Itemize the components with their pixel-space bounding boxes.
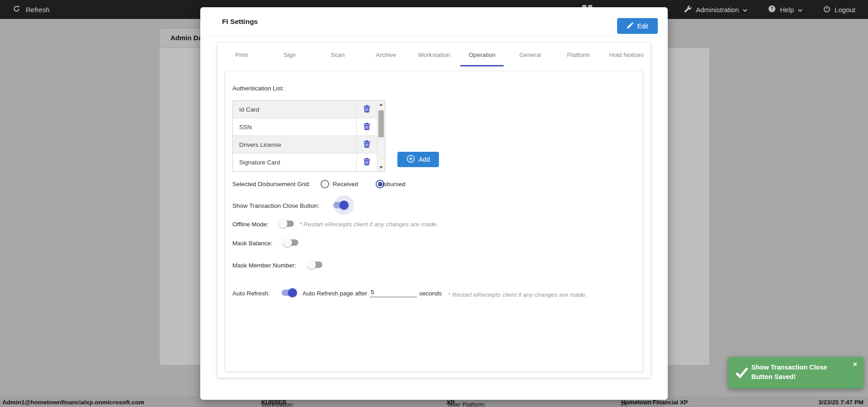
offline-mode-note: * Restart eReceipts client if any change… — [299, 221, 438, 228]
auth-list-row: SSN — [233, 118, 377, 136]
auth-list-row: Signature Card — [233, 154, 377, 171]
auto-refresh-label: Auto Refresh: — [232, 290, 270, 297]
trash-icon — [363, 122, 370, 132]
radio-disbursed-label[interactable]: Disbursed — [378, 181, 406, 187]
mask-member-number-label: Mask Member Number: — [232, 262, 296, 269]
tab-platform[interactable]: Platform — [554, 43, 602, 66]
success-toast: Show Transaction Close Button Saved! × — [728, 357, 863, 388]
edit-label: Edit — [637, 23, 648, 30]
toast-close-button[interactable]: × — [853, 360, 857, 369]
plus-circle-icon — [406, 154, 415, 164]
mask-balance-label: Mask Balance: — [232, 240, 273, 247]
scrollbar-thumb[interactable] — [378, 110, 384, 137]
logout-button[interactable]: Logout — [823, 5, 855, 14]
show-transaction-close-toggle[interactable] — [332, 201, 349, 210]
offline-mode-toggle[interactable] — [278, 219, 295, 228]
auth-list-scrollbar[interactable] — [377, 101, 385, 171]
checkmark-icon — [735, 367, 749, 380]
refresh-button[interactable]: Refresh — [13, 0, 50, 19]
mask-member-number-row: Mask Member Number: — [226, 258, 642, 273]
auth-item-label: SSN — [233, 124, 356, 131]
datetime: 3/23/25 7:47 PM — [818, 399, 863, 406]
help-label: Help — [780, 6, 794, 14]
help-menu[interactable]: ? Help — [768, 5, 802, 14]
disbursement-grid-label: Selected Disbursement Grid: — [232, 181, 311, 187]
mask-balance-toggle[interactable] — [283, 238, 299, 247]
settings-card: Print Sign Scan Archive Workstation Oper… — [217, 43, 651, 378]
administration-label: Administration — [696, 6, 739, 14]
delete-auth-item-button[interactable] — [356, 154, 377, 171]
logout-label: Logout — [835, 6, 855, 14]
administration-menu[interactable]: Administration — [684, 5, 747, 14]
tab-operation[interactable]: Operation — [458, 43, 506, 66]
toast-message: Show Transaction Close Button Saved! — [751, 363, 840, 382]
teller-platform-status: Teller Platform: XP — [447, 399, 454, 406]
show-transaction-close-row: Show Transaction Close Button: — [226, 199, 642, 213]
auto-refresh-row: Auto Refresh: Auto Refresh page after se… — [226, 286, 642, 301]
trash-icon — [363, 105, 370, 114]
settings-tabs: Print Sign Scan Archive Workstation Oper… — [217, 43, 651, 66]
trash-icon — [363, 140, 370, 150]
auth-item-label: Signature Card — [233, 159, 356, 166]
refresh-icon — [13, 5, 20, 14]
fi-settings-dialog: FI Settings Edit Print Sign Scan Archive… — [200, 7, 668, 400]
scroll-up-button[interactable] — [377, 101, 385, 108]
workstation-status: Workstation: KURRER — [261, 399, 287, 406]
delete-auth-item-button[interactable] — [356, 101, 377, 118]
scroll-down-button[interactable] — [377, 164, 385, 171]
offline-mode-label: Offline Mode: — [232, 221, 269, 228]
screen: Admin Da Refresh Administration ? — [0, 0, 868, 407]
add-label: Add — [419, 156, 430, 163]
authentication-list: Id Card SSN Drivers Licens — [232, 100, 385, 172]
auto-refresh-toggle[interactable] — [281, 288, 297, 297]
chevron-down-icon — [798, 6, 802, 14]
header-divider — [200, 36, 668, 37]
auth-list-row: Id Card — [233, 101, 377, 118]
auth-item-label: Drivers License — [233, 141, 356, 148]
show-transaction-close-label: Show Transaction Close Button: — [232, 202, 319, 209]
dialog-title: FI Settings — [222, 7, 258, 36]
svg-text:?: ? — [771, 6, 774, 11]
offline-mode-row: Offline Mode: * Restart eReceipts client… — [226, 217, 642, 232]
trash-icon — [363, 158, 370, 167]
question-circle-icon: ? — [768, 5, 776, 14]
tab-sign[interactable]: Sign — [265, 43, 313, 66]
auto-refresh-note: * Restart eReceipts client if any change… — [448, 291, 587, 298]
tab-archive[interactable]: Archive — [362, 43, 410, 66]
tab-general[interactable]: General — [506, 43, 554, 66]
refresh-label: Refresh — [26, 6, 50, 14]
power-icon — [823, 5, 830, 14]
tab-workstation[interactable]: Workstation — [410, 43, 458, 66]
disbursement-grid-row: Selected Disbursement Grid: Received Dis… — [226, 178, 642, 191]
auth-list-row: Drivers License — [233, 136, 377, 154]
mask-member-number-toggle[interactable] — [307, 260, 323, 269]
mask-balance-row: Mask Balance: — [226, 236, 642, 251]
chevron-down-icon — [743, 6, 747, 14]
delete-auth-item-button[interactable] — [356, 118, 377, 136]
authentication-list-label: Authentication List: — [232, 85, 284, 92]
radio-received[interactable] — [321, 180, 329, 188]
delete-auth-item-button[interactable] — [356, 136, 377, 153]
auto-refresh-after-text: seconds — [419, 290, 442, 297]
edit-button[interactable]: Edit — [617, 18, 658, 34]
radio-received-label[interactable]: Received — [333, 181, 358, 187]
operation-tab-content: Authentication List: Id Card SSN — [225, 71, 643, 372]
tab-hold-notices[interactable]: Hold Notices — [603, 43, 651, 66]
add-button[interactable]: Add — [397, 152, 439, 167]
fi-status: FI: Hometown Financial XP — [621, 399, 688, 406]
pencil-icon — [627, 22, 633, 30]
auto-refresh-seconds-input[interactable] — [370, 289, 417, 297]
tab-print[interactable]: Print — [217, 43, 265, 66]
wrench-icon — [684, 5, 692, 14]
auth-item-label: Id Card — [233, 106, 356, 113]
tab-scan[interactable]: Scan — [314, 43, 362, 66]
auto-refresh-before-text: Auto Refresh page after — [302, 290, 367, 297]
logged-in-user: Admin1@hometownfinancialxp.onmicrosoft.c… — [2, 399, 144, 406]
